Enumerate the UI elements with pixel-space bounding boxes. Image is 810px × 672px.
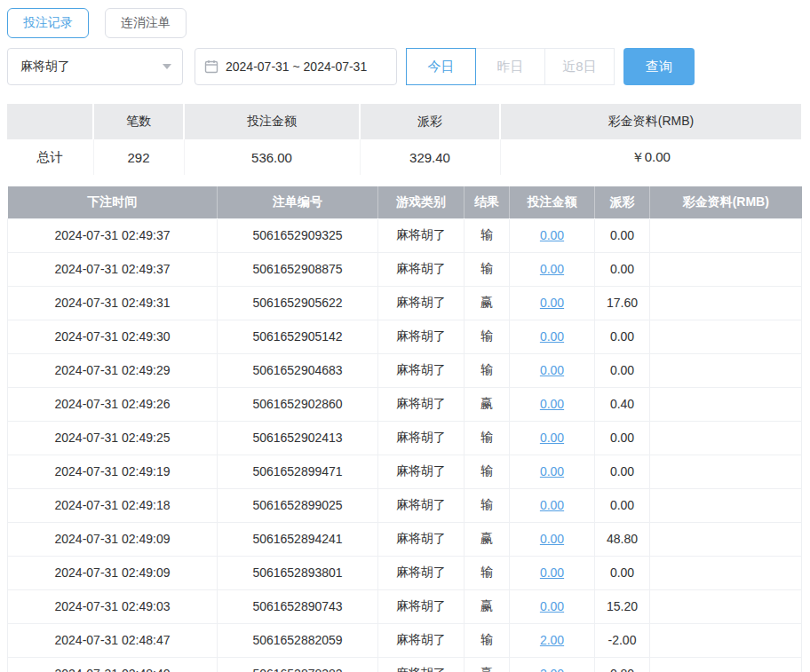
table-row: 2024-07-31 02:49:305061652905142麻将胡了输0.0… xyxy=(8,320,802,353)
cell-bonus xyxy=(650,353,802,387)
summary-bonus: ￥0.00 xyxy=(500,139,801,175)
cell-bet-amount: 2.00 xyxy=(510,657,595,672)
bet-amount-link[interactable]: 0.00 xyxy=(540,329,564,344)
records-table: 下注时间注单编号游戏类别结果投注金额派彩彩金资料(RMB) 2024-07-31… xyxy=(7,186,802,672)
table-row: 2024-07-31 02:49:195061652899471麻将胡了输0.0… xyxy=(8,455,802,488)
tab-bet-records[interactable]: 投注记录 xyxy=(7,8,89,38)
cell-payout: -2.00 xyxy=(595,623,650,657)
cell-game-type: 麻将胡了 xyxy=(378,556,465,589)
cell-bet-amount: 2.00 xyxy=(510,623,595,657)
bet-amount-link[interactable]: 0.00 xyxy=(540,262,564,276)
bet-amount-link[interactable]: 0.00 xyxy=(540,464,564,478)
records-body: 2024-07-31 02:49:375061652909325麻将胡了输0.0… xyxy=(8,218,802,672)
bet-amount-link[interactable]: 0.00 xyxy=(540,431,564,445)
cell-bonus xyxy=(650,286,802,320)
summary-header-row: 笔数投注金额派彩彩金资料(RMB) xyxy=(7,104,801,139)
last-8-days-button[interactable]: 近8日 xyxy=(544,48,615,85)
game-select[interactable]: 麻将胡了 xyxy=(7,48,183,85)
tab-cancelled-orders[interactable]: 连消注单 xyxy=(105,8,187,38)
cell-result: 输 xyxy=(465,320,510,353)
cell-bonus xyxy=(650,320,802,353)
cell-bet-time: 2024-07-31 02:49:37 xyxy=(8,218,218,252)
table-row: 2024-07-31 02:49:375061652909325麻将胡了输0.0… xyxy=(8,218,802,252)
cell-bet-time: 2024-07-31 02:48:47 xyxy=(8,623,218,657)
bet-amount-link[interactable]: 0.00 xyxy=(540,498,564,512)
cell-result: 输 xyxy=(465,455,510,488)
cell-result: 输 xyxy=(465,556,510,589)
cell-result: 赢 xyxy=(465,522,510,556)
cell-bet-time: 2024-07-31 02:49:09 xyxy=(8,556,218,589)
cell-order-id: 5061652894241 xyxy=(218,522,378,556)
summary-payout: 329.40 xyxy=(360,139,500,175)
cell-payout: 0.80 xyxy=(595,657,650,672)
cell-payout: 0.00 xyxy=(595,556,650,589)
cell-game-type: 麻将胡了 xyxy=(378,421,465,455)
bet-amount-link[interactable]: 0.00 xyxy=(540,363,564,377)
cell-bet-time: 2024-07-31 02:49:03 xyxy=(8,589,218,623)
cell-order-id: 5061652908875 xyxy=(218,252,378,286)
cell-bonus xyxy=(650,252,802,286)
cell-result: 输 xyxy=(465,488,510,522)
cell-game-type: 麻将胡了 xyxy=(378,353,465,387)
cell-bet-time: 2024-07-31 02:48:40 xyxy=(8,657,218,672)
bet-amount-link[interactable]: 0.00 xyxy=(540,296,564,310)
cell-payout: 0.00 xyxy=(595,488,650,522)
cell-result: 赢 xyxy=(465,657,510,672)
table-row: 2024-07-31 02:48:405061652878382麻将胡了赢2.0… xyxy=(8,657,802,672)
filter-row: 麻将胡了 2024-07-31 ~ 2024-07-31 今日 昨日 近8日 查… xyxy=(7,48,803,85)
bet-amount-link[interactable]: 2.00 xyxy=(540,667,564,672)
cell-bet-time: 2024-07-31 02:49:30 xyxy=(8,320,218,353)
bet-amount-link[interactable]: 0.00 xyxy=(540,228,564,242)
cell-game-type: 麻将胡了 xyxy=(378,657,465,672)
cell-order-id: 5061652899025 xyxy=(218,488,378,522)
cell-bet-amount: 0.00 xyxy=(510,522,595,556)
bet-amount-link[interactable]: 0.00 xyxy=(540,532,564,546)
cell-order-id: 5061652905142 xyxy=(218,320,378,353)
records-header-cell: 注单编号 xyxy=(218,186,378,218)
summary-table: 笔数投注金额派彩彩金资料(RMB) 总计 292 536.00 329.40 ￥… xyxy=(7,104,801,175)
records-header-cell: 游戏类别 xyxy=(378,186,465,218)
cell-bet-amount: 0.00 xyxy=(510,218,595,252)
table-row: 2024-07-31 02:49:315061652905622麻将胡了赢0.0… xyxy=(8,286,802,320)
cell-game-type: 麻将胡了 xyxy=(378,455,465,488)
cell-result: 输 xyxy=(465,623,510,657)
bet-amount-link[interactable]: 0.00 xyxy=(540,565,564,580)
cell-result: 赢 xyxy=(465,589,510,623)
table-row: 2024-07-31 02:49:095061652893801麻将胡了输0.0… xyxy=(8,556,802,589)
quick-date-buttons: 今日 昨日 近8日 xyxy=(406,48,615,85)
date-range-picker[interactable]: 2024-07-31 ~ 2024-07-31 xyxy=(195,48,397,85)
cell-payout: 0.00 xyxy=(595,320,650,353)
cell-order-id: 5061652899471 xyxy=(218,455,378,488)
cell-result: 输 xyxy=(465,252,510,286)
cell-order-id: 5061652902860 xyxy=(218,387,378,421)
bet-amount-link[interactable]: 0.00 xyxy=(540,397,564,411)
cell-result: 输 xyxy=(465,421,510,455)
summary-header-cell: 彩金资料(RMB) xyxy=(500,104,801,139)
table-row: 2024-07-31 02:49:255061652902413麻将胡了输0.0… xyxy=(8,421,802,455)
cell-order-id: 5061652878382 xyxy=(218,657,378,672)
cell-order-id: 5061652905622 xyxy=(218,286,378,320)
table-row: 2024-07-31 02:48:475061652882059麻将胡了输2.0… xyxy=(8,623,802,657)
date-range-value: 2024-07-31 ~ 2024-07-31 xyxy=(226,59,367,74)
cell-bet-time: 2024-07-31 02:49:31 xyxy=(8,286,218,320)
bet-amount-link[interactable]: 2.00 xyxy=(540,633,564,647)
cell-game-type: 麻将胡了 xyxy=(378,387,465,421)
cell-bet-time: 2024-07-31 02:49:19 xyxy=(8,455,218,488)
cell-payout: 0.00 xyxy=(595,353,650,387)
cell-bet-amount: 0.00 xyxy=(510,488,595,522)
today-button[interactable]: 今日 xyxy=(406,48,476,85)
bet-amount-link[interactable]: 0.00 xyxy=(540,599,564,613)
search-button[interactable]: 查询 xyxy=(623,48,695,85)
cell-bonus xyxy=(650,421,802,455)
table-row: 2024-07-31 02:49:375061652908875麻将胡了输0.0… xyxy=(8,252,802,286)
cell-payout: 15.20 xyxy=(595,589,650,623)
table-row: 2024-07-31 02:49:185061652899025麻将胡了输0.0… xyxy=(8,488,802,522)
records-header-cell: 下注时间 xyxy=(8,186,218,218)
cell-order-id: 5061652902413 xyxy=(218,421,378,455)
yesterday-button[interactable]: 昨日 xyxy=(475,48,545,85)
summary-header-cell: 笔数 xyxy=(93,104,184,139)
cell-bet-amount: 0.00 xyxy=(510,286,595,320)
cell-game-type: 麻将胡了 xyxy=(378,589,465,623)
cell-bet-amount: 0.00 xyxy=(510,455,595,488)
cell-bonus xyxy=(650,387,802,421)
